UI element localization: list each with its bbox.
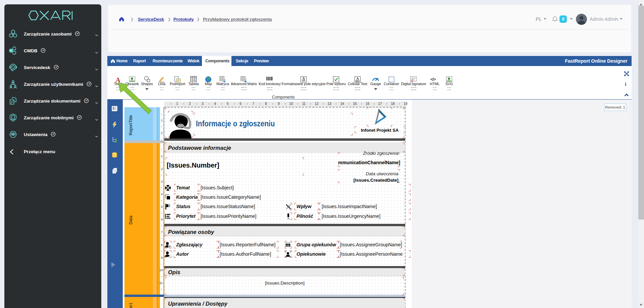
svg-text:A: A: [302, 76, 305, 80]
svg-text:A: A: [356, 76, 359, 80]
